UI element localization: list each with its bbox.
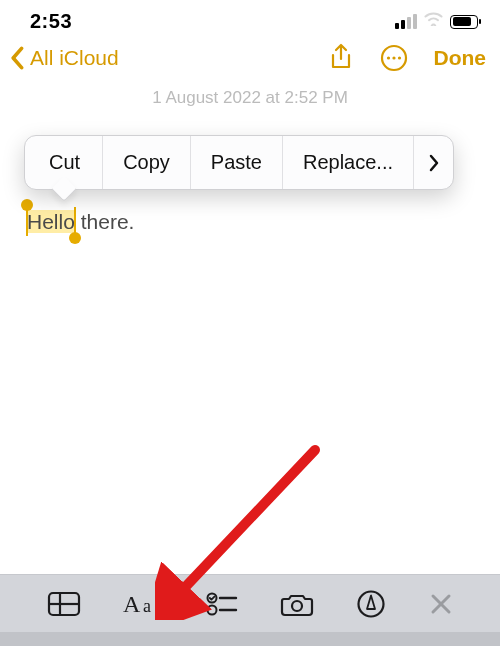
- keyboard-peek: [0, 632, 500, 646]
- svg-point-3: [397, 56, 400, 59]
- replace-button[interactable]: Replace...: [283, 136, 414, 189]
- markup-button[interactable]: [356, 589, 386, 619]
- text-format-icon: A a: [123, 590, 163, 618]
- more-circle-icon: [380, 44, 408, 72]
- selection-handle-start[interactable]: [21, 199, 33, 211]
- status-icons: [395, 11, 478, 32]
- menu-next-button[interactable]: [414, 136, 453, 189]
- svg-point-15: [292, 601, 302, 611]
- back-button[interactable]: All iCloud: [10, 46, 119, 70]
- svg-text:A: A: [123, 591, 141, 617]
- selected-text: Hello: [27, 210, 75, 233]
- format-button[interactable]: A a: [123, 590, 163, 618]
- note-body[interactable]: Hello there.: [27, 210, 480, 234]
- table-icon: [47, 590, 81, 618]
- navigation-bar: All iCloud Done: [0, 37, 500, 81]
- pen-circle-icon: [356, 589, 386, 619]
- wifi-icon: [423, 10, 444, 31]
- keyboard-toolbar: A a: [0, 574, 500, 632]
- done-button[interactable]: Done: [434, 46, 487, 70]
- back-label: All iCloud: [30, 46, 119, 70]
- text-context-menu: Cut Copy Paste Replace...: [24, 135, 454, 190]
- battery-icon: [450, 15, 478, 29]
- note-date: 1 August 2022 at 2:52 PM: [0, 88, 500, 108]
- text-selection[interactable]: Hello: [27, 210, 75, 234]
- cellular-signal-icon: [395, 14, 417, 29]
- checklist-button[interactable]: [206, 591, 238, 617]
- close-icon: [429, 592, 453, 616]
- svg-point-2: [392, 56, 395, 59]
- status-bar: 2:53: [0, 0, 500, 37]
- copy-button[interactable]: Copy: [103, 136, 191, 189]
- svg-text:a: a: [143, 596, 151, 616]
- note-text-rest: there.: [75, 210, 135, 233]
- share-icon: [328, 43, 354, 73]
- more-button[interactable]: [380, 44, 408, 72]
- chevron-left-icon: [10, 46, 26, 70]
- svg-point-1: [386, 56, 389, 59]
- table-button[interactable]: [47, 590, 81, 618]
- camera-icon: [280, 591, 314, 617]
- camera-button[interactable]: [280, 591, 314, 617]
- svg-point-13: [207, 605, 216, 614]
- checklist-icon: [206, 591, 238, 617]
- paste-button[interactable]: Paste: [191, 136, 283, 189]
- chevron-right-icon: [428, 153, 440, 173]
- status-time: 2:53: [30, 10, 72, 33]
- close-button[interactable]: [429, 592, 453, 616]
- share-button[interactable]: [328, 43, 354, 73]
- selection-handle-end[interactable]: [69, 232, 81, 244]
